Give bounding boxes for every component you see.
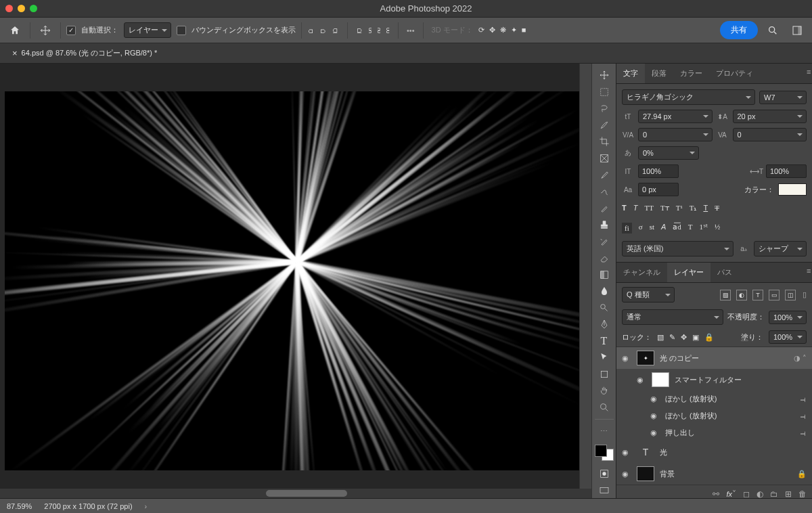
- smart-filter-toggle-icon[interactable]: ◑ ˄: [794, 354, 807, 363]
- lock-paint-icon[interactable]: ✎: [669, 333, 675, 342]
- layer-item[interactable]: ぼかし (放射状) ⫤: [616, 407, 812, 424]
- layer-item[interactable]: ぼかし (放射状) ⫤: [616, 391, 812, 407]
- shape-tool-icon[interactable]: [594, 367, 614, 382]
- link-layers-icon[interactable]: ⚯: [713, 489, 719, 499]
- align-right-icon[interactable]: ⫑: [332, 26, 339, 35]
- tab-properties[interactable]: プロパティ: [709, 64, 760, 83]
- 1st-icon[interactable]: 1ˢᵗ: [700, 223, 708, 233]
- blemish-tool-icon[interactable]: [594, 184, 614, 200]
- gradient-tool-icon[interactable]: [594, 267, 614, 282]
- quickmask-icon[interactable]: [594, 466, 614, 482]
- allcaps-icon[interactable]: TT: [644, 204, 653, 213]
- font-family-dropdown[interactable]: ヒラギノ角ゴシック: [622, 89, 755, 105]
- zoom-tool-icon[interactable]: [594, 400, 614, 416]
- superscript-icon[interactable]: T¹: [676, 204, 683, 213]
- tab-paragraph[interactable]: 段落: [645, 64, 673, 83]
- filter-pixel-icon[interactable]: ▧: [720, 290, 731, 300]
- type-tool-icon[interactable]: T: [594, 334, 614, 349]
- color-swatches[interactable]: [595, 445, 614, 461]
- bbox-checkbox[interactable]: [177, 26, 186, 35]
- filter-type-icon[interactable]: T: [752, 290, 763, 300]
- fx-icon[interactable]: fx˅: [726, 489, 736, 499]
- lock-trans-icon[interactable]: ▧: [657, 333, 664, 342]
- filter-shape-icon[interactable]: ▭: [769, 290, 780, 300]
- layer-item[interactable]: スマートフィルター: [616, 369, 812, 391]
- layer-item[interactable]: T 光: [616, 441, 812, 463]
- bold-icon[interactable]: T: [622, 204, 627, 213]
- zoom-level[interactable]: 87.59%: [7, 502, 32, 510]
- tab-channels[interactable]: チャンネル: [616, 263, 667, 282]
- layer-item[interactable]: 背景 🔒: [616, 463, 812, 485]
- screenmode-icon[interactable]: [594, 483, 614, 498]
- visibility-icon[interactable]: [637, 376, 646, 384]
- fraction-icon[interactable]: ½: [715, 223, 720, 233]
- baseline-input[interactable]: 0 px: [638, 183, 679, 196]
- layer-filter-dropdown[interactable]: Q 種類: [622, 287, 675, 303]
- share-button[interactable]: 共有: [720, 21, 758, 39]
- auto-select-dropdown[interactable]: レイヤー: [124, 22, 171, 38]
- align-bottom-icon[interactable]: ⫔: [377, 26, 381, 35]
- stamp-tool-icon[interactable]: [594, 217, 614, 233]
- history-brush-icon[interactable]: [594, 233, 614, 249]
- layer-panel-menu-icon[interactable]: ≡: [803, 263, 812, 282]
- mask-icon[interactable]: ◻: [743, 489, 750, 499]
- ordinals-icon[interactable]: T: [688, 223, 693, 233]
- canvas[interactable]: [5, 91, 587, 470]
- filter-edit-icon[interactable]: ⫤: [799, 412, 807, 420]
- document-tab[interactable]: × 64.psd @ 87.6% (光 のコピー, RGB/8*) *: [5, 44, 164, 62]
- hand-tool-icon[interactable]: [594, 383, 614, 399]
- maximize-window-icon[interactable]: [30, 5, 37, 12]
- antialias-dropdown[interactable]: シャープ: [754, 241, 807, 256]
- tracking-input[interactable]: 0: [733, 128, 807, 141]
- ligature-sigma-icon[interactable]: σ: [639, 223, 643, 233]
- new-layer-icon[interactable]: ⊞: [785, 489, 792, 499]
- align-center-h-icon[interactable]: ⫐: [319, 26, 327, 35]
- eyedropper-tool-icon[interactable]: [594, 167, 614, 183]
- move-tool-icon[interactable]: [594, 68, 614, 83]
- auto-select-checkbox[interactable]: [66, 26, 76, 35]
- doc-info-chevron-icon[interactable]: ›: [145, 502, 148, 510]
- lock-nest-icon[interactable]: ▣: [692, 333, 699, 342]
- align-left-icon[interactable]: ⫏: [307, 26, 315, 35]
- vscale-input[interactable]: 100%: [638, 164, 679, 178]
- leading-input[interactable]: 20 px: [733, 110, 807, 123]
- tab-character[interactable]: 文字: [616, 64, 645, 83]
- adjustment-icon[interactable]: ◐: [757, 489, 763, 499]
- align-middle-icon[interactable]: ⫓: [368, 26, 372, 35]
- filter-smart-icon[interactable]: ◫: [785, 290, 796, 300]
- minimize-window-icon[interactable]: [18, 5, 25, 12]
- subscript-icon[interactable]: T₁: [690, 204, 697, 213]
- group-icon[interactable]: 🗀: [770, 489, 778, 499]
- path-select-icon[interactable]: [594, 350, 614, 365]
- more-options-icon[interactable]: •••: [407, 26, 415, 35]
- distribute-icon[interactable]: ⫕: [386, 26, 390, 35]
- language-dropdown[interactable]: 英語 (米国): [622, 241, 734, 256]
- eraser-tool-icon[interactable]: [594, 250, 614, 266]
- visibility-icon[interactable]: [650, 428, 660, 437]
- ligature-st-icon[interactable]: st: [650, 223, 654, 233]
- fill-input[interactable]: 100%: [769, 330, 807, 344]
- move-tool-indicator[interactable]: [36, 21, 55, 40]
- filter-toggle-icon[interactable]: ▯: [803, 290, 807, 299]
- dodge-tool-icon[interactable]: [594, 300, 614, 315]
- visibility-icon[interactable]: [650, 395, 660, 403]
- canvas-area[interactable]: [0, 64, 591, 498]
- opacity-input[interactable]: 100%: [769, 311, 807, 324]
- visibility-icon[interactable]: [622, 470, 631, 478]
- frame-tool-icon[interactable]: [594, 151, 614, 166]
- close-window-icon[interactable]: [5, 5, 13, 12]
- smallcaps-icon[interactable]: Tᴛ: [660, 204, 669, 213]
- filter-adjust-icon[interactable]: ◐: [736, 290, 747, 300]
- filter-edit-icon[interactable]: ⫤: [799, 395, 807, 403]
- collapsed-dock[interactable]: [579, 64, 591, 498]
- search-button[interactable]: [763, 21, 782, 40]
- tsume-input[interactable]: 0%: [638, 146, 699, 160]
- underline-icon[interactable]: T: [703, 204, 708, 213]
- kerning-input[interactable]: 0: [638, 128, 713, 141]
- align-top-icon[interactable]: ⫒: [356, 26, 363, 35]
- horizontal-scrollbar[interactable]: [0, 489, 591, 498]
- layer-thumbnail[interactable]: [637, 466, 654, 481]
- layer-thumbnail[interactable]: ✦: [637, 351, 654, 365]
- lasso-tool-icon[interactable]: [594, 101, 614, 116]
- tab-color[interactable]: カラー: [673, 64, 709, 83]
